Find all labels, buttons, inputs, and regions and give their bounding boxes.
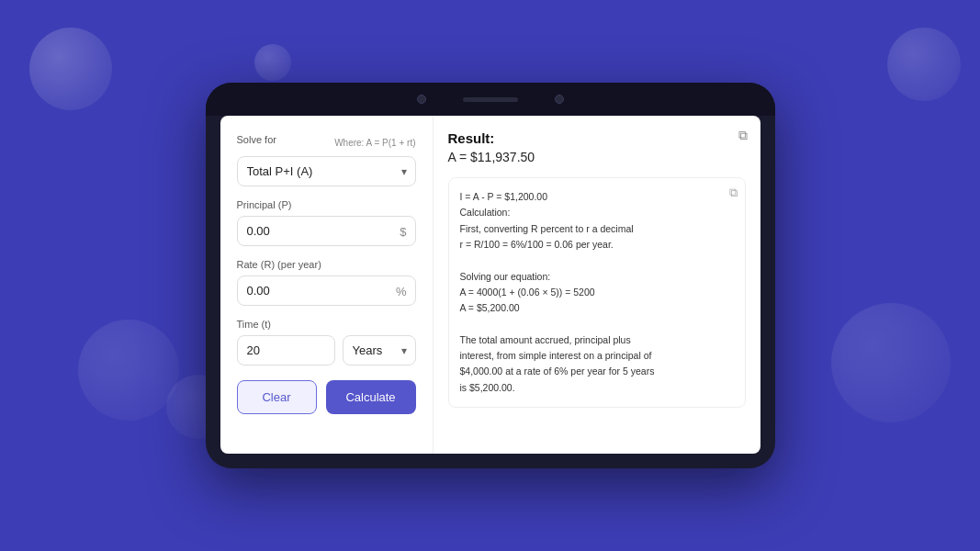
- percent-suffix: %: [396, 284, 407, 298]
- solve-for-header: Solve for Where: A = P(1 + rt): [237, 134, 416, 151]
- principal-label: Principal (P): [237, 199, 416, 210]
- detail-line-7: A = 4000(1 + (0.06 × 5)) = 5200: [460, 285, 734, 300]
- formula-hint: Where: A = P(1 + rt): [334, 138, 415, 148]
- calculator-panel: Solve for Where: A = P(1 + rt) Total P+I…: [220, 116, 434, 454]
- decorative-sphere-6: [831, 303, 951, 422]
- dollar-suffix: $: [400, 224, 406, 238]
- detail-line-10: The total amount accrued, principal plus: [460, 332, 734, 348]
- rate-label: Rate (R) (per year): [237, 259, 416, 270]
- detail-line-8: A = $5,200.00: [460, 300, 734, 316]
- decorative-sphere-3: [78, 320, 179, 421]
- result-value: A = $11,937.50: [448, 150, 746, 164]
- calculate-button[interactable]: Calculate: [326, 380, 416, 414]
- tablet-screen: Solve for Where: A = P(1 + rt) Total P+I…: [220, 116, 760, 454]
- copy-result-button[interactable]: ⧉: [738, 129, 748, 141]
- decorative-sphere-5: [887, 28, 961, 101]
- camera-left: [417, 95, 426, 104]
- tablet-top-bar: [206, 83, 775, 116]
- detail-line-6: Solving our equation:: [460, 269, 734, 285]
- copy-detail-button[interactable]: ⧉: [729, 186, 738, 200]
- speaker: [463, 97, 518, 102]
- detail-line-2: Calculation:: [460, 205, 734, 220]
- solve-for-select-wrapper: Total P+I (A) Principal (P) Rate (R) Tim…: [237, 156, 416, 186]
- detail-line-3: First, converting R percent to r a decim…: [460, 221, 734, 237]
- solve-for-label: Solve for: [237, 134, 276, 145]
- rate-input[interactable]: [237, 276, 416, 306]
- time-input[interactable]: [237, 335, 335, 365]
- decorative-sphere-1: [29, 28, 112, 110]
- detail-line-1: I = A - P = $1,200.00: [460, 189, 734, 205]
- rate-input-wrapper: %: [237, 276, 416, 306]
- principal-input[interactable]: [237, 216, 416, 246]
- detail-line-4: r = R/100 = 6%/100 = 0.06 per year.: [460, 237, 734, 253]
- tablet-device: Solve for Where: A = P(1 + rt) Total P+I…: [206, 83, 775, 468]
- clear-button[interactable]: Clear: [237, 380, 317, 414]
- button-row: Clear Calculate: [237, 380, 416, 414]
- solve-for-select[interactable]: Total P+I (A) Principal (P) Rate (R) Tim…: [237, 156, 416, 186]
- decorative-sphere-2: [254, 44, 291, 81]
- detail-line-11: interest, from simple interest on a prin…: [460, 348, 734, 364]
- time-row: Years Months Days ▾: [237, 335, 416, 365]
- result-title: Result:: [448, 130, 746, 146]
- time-unit-wrapper: Years Months Days ▾: [343, 335, 416, 365]
- camera-right: [555, 95, 564, 104]
- principal-input-wrapper: $: [237, 216, 416, 246]
- time-unit-select[interactable]: Years Months Days: [343, 335, 416, 365]
- detail-line-13: is $5,200.00.: [460, 380, 734, 396]
- result-detail-box: ⧉ I = A - P = $1,200.00 Calculation: Fir…: [448, 177, 746, 408]
- detail-line-12: $4,000.00 at a rate of 6% per year for 5…: [460, 364, 734, 379]
- time-input-wrapper: [237, 335, 335, 365]
- time-label: Time (t): [237, 319, 416, 330]
- result-panel: ⧉ Result: A = $11,937.50 ⧉ I = A - P = $…: [434, 116, 760, 454]
